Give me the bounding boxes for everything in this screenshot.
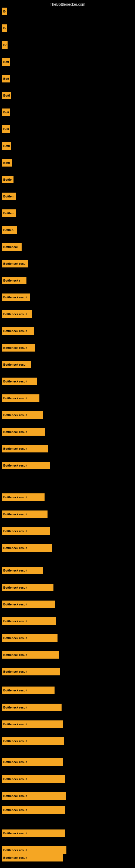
bar-label-16: Bottleneck resu xyxy=(3,262,26,265)
bar-label-29: Bottleneck result xyxy=(3,496,27,499)
bar-label-32: Bottleneck result xyxy=(3,546,27,550)
bar-label-47: Bottleneck result xyxy=(3,808,27,812)
bar-item-34: Bottleneck result xyxy=(2,584,53,591)
bar-label-8: Bott xyxy=(3,127,9,131)
bar-item-32: Bottleneck result xyxy=(2,544,52,552)
bar-item-14: Bottlen xyxy=(2,226,17,234)
bar-label-50: Bottleneck result xyxy=(3,856,27,859)
bar-item-19: Bottleneck result xyxy=(2,310,32,318)
bar-label-41: Bottleneck result xyxy=(3,706,27,709)
bar-item-18: Bottleneck result xyxy=(2,293,30,301)
bar-label-15: Bottleneck xyxy=(3,245,18,248)
bar-item-11: Bottle xyxy=(2,176,13,183)
bar-item-36: Bottleneck result xyxy=(2,617,56,625)
bar-label-4: Bott xyxy=(3,60,9,63)
bar-label-35: Bottleneck result xyxy=(3,603,27,606)
bar-label-20: Bottleneck result xyxy=(3,329,27,333)
bar-item-10: Bottl xyxy=(2,159,12,166)
bar-item-20: Bottleneck result xyxy=(2,327,34,335)
site-title: TheBottlenecker.com xyxy=(0,0,135,8)
bar-item-29: Bottleneck result xyxy=(2,493,45,501)
bar-item-4: Bott xyxy=(2,58,10,66)
bar-item-13: Bottlen xyxy=(2,209,16,217)
bar-item-26: Bottleneck result xyxy=(2,428,45,436)
bar-label-49: Bottleneck result xyxy=(3,848,27,852)
bar-item-3: Bo xyxy=(2,41,8,49)
bar-item-37: Bottleneck result xyxy=(2,634,57,642)
bar-item-6: Bottl xyxy=(2,92,11,99)
bar-label-36: Bottleneck result xyxy=(3,620,27,623)
bar-item-40: Bottleneck result xyxy=(2,686,54,694)
bar-label-13: Bottlen xyxy=(3,212,13,215)
bar-item-48: Bottleneck result xyxy=(2,830,65,837)
bar-label-23: Bottleneck result xyxy=(3,380,27,383)
bar-label-18: Bottleneck result xyxy=(3,296,27,299)
bar-item-7: Bott xyxy=(2,108,10,116)
bar-label-24: Bottleneck result xyxy=(3,397,27,400)
bar-item-47: Bottleneck result xyxy=(2,806,65,814)
bar-item-9: Bottl xyxy=(2,142,11,150)
bar-item-30: Bottleneck result xyxy=(2,510,48,518)
bar-item-5: Bott xyxy=(2,75,10,83)
bar-label-14: Bottlen xyxy=(3,228,13,231)
bar-item-42: Bottleneck result xyxy=(2,720,63,728)
bar-label-42: Bottleneck result xyxy=(3,723,27,726)
bar-item-24: Bottleneck result xyxy=(2,394,39,402)
bar-label-5: Bott xyxy=(3,77,9,80)
bar-item-28: Bottleneck result xyxy=(2,462,50,469)
bar-item-16: Bottleneck resu xyxy=(2,260,28,268)
bar-item-41: Bottleneck result xyxy=(2,704,61,711)
bar-label-21: Bottleneck result xyxy=(3,346,27,349)
bar-item-39: Bottleneck result xyxy=(2,668,60,675)
bar-label-11: Bottle xyxy=(3,178,12,181)
bar-label-30: Bottleneck result xyxy=(3,513,27,516)
bar-label-19: Bottleneck result xyxy=(3,312,27,316)
bar-item-1: Bo xyxy=(2,8,7,15)
bar-item-15: Bottleneck xyxy=(2,243,21,251)
bar-label-6: Bottl xyxy=(3,94,10,97)
bar-label-37: Bottleneck result xyxy=(3,637,27,640)
bar-item-31: Bottleneck result xyxy=(2,527,50,535)
bar-label-27: Bottleneck result xyxy=(3,447,27,450)
bar-label-33: Bottleneck result xyxy=(3,569,27,572)
bar-item-8: Bott xyxy=(2,125,10,133)
bar-item-50: Bottleneck result xyxy=(2,854,63,862)
bar-label-7: Bott xyxy=(3,111,9,114)
bar-label-9: Bottl xyxy=(3,144,10,148)
bar-label-31: Bottleneck result xyxy=(3,529,27,533)
bar-label-39: Bottleneck result xyxy=(3,670,27,673)
bar-item-27: Bottleneck result xyxy=(2,445,48,453)
bar-label-26: Bottleneck result xyxy=(3,430,27,433)
bar-label-2: Bo xyxy=(3,27,6,30)
bar-label-46: Bottleneck result xyxy=(3,794,27,798)
bar-item-43: Bottleneck result xyxy=(2,737,64,745)
bar-item-33: Bottleneck result xyxy=(2,567,43,574)
bar-label-43: Bottleneck result xyxy=(3,739,27,743)
bar-item-12: Bottlen xyxy=(2,193,16,200)
bar-label-40: Bottleneck result xyxy=(3,689,27,692)
bar-label-3: Bo xyxy=(3,43,6,46)
bar-label-22: Bottleneck resu xyxy=(3,363,26,366)
bar-item-17: Bottleneck r xyxy=(2,277,27,284)
bar-label-45: Bottleneck result xyxy=(3,777,27,781)
bar-label-34: Bottleneck result xyxy=(3,586,27,589)
bar-label-28: Bottleneck result xyxy=(3,464,27,467)
bar-item-21: Bottleneck result xyxy=(2,344,35,351)
bar-item-46: Bottleneck result xyxy=(2,792,66,800)
bar-item-49: Bottleneck result xyxy=(2,846,66,854)
bar-item-45: Bottleneck result xyxy=(2,775,65,783)
bar-label-17: Bottleneck r xyxy=(3,279,20,282)
bar-label-44: Bottleneck result xyxy=(3,760,27,764)
bar-item-35: Bottleneck result xyxy=(2,600,55,608)
bar-label-10: Bottl xyxy=(3,161,10,164)
bar-label-12: Bottlen xyxy=(3,195,13,198)
bar-item-23: Bottleneck result xyxy=(2,378,37,385)
bar-item-22: Bottleneck resu xyxy=(2,361,31,368)
bar-item-44: Bottleneck result xyxy=(2,758,63,766)
bar-label-48: Bottleneck result xyxy=(3,832,27,835)
bar-item-38: Bottleneck result xyxy=(2,651,59,659)
bar-item-2: Bo xyxy=(2,24,7,32)
bar-item-25: Bottleneck result xyxy=(2,411,43,419)
bar-label-1: Bo xyxy=(3,10,6,13)
bar-label-25: Bottleneck result xyxy=(3,413,27,416)
